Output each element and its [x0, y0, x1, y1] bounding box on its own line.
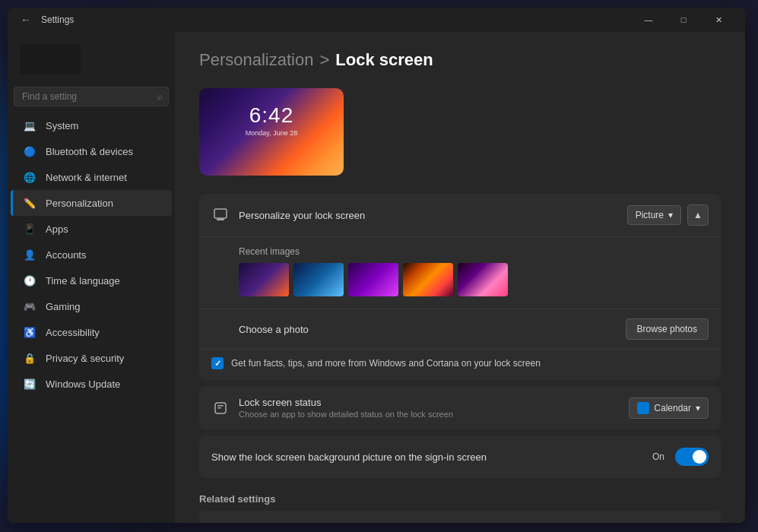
avatar [20, 44, 81, 74]
sidebar-item-apps[interactable]: 📱 Apps [11, 216, 172, 242]
fun-facts-checkbox[interactable] [211, 357, 224, 369]
sidebar-item-label: Gaming [46, 301, 81, 312]
lock-preview-background: 6:42 Monday, June 28 [199, 88, 344, 176]
thumbnail-3[interactable] [348, 263, 398, 296]
sidebar-item-label: Network & internet [46, 172, 127, 183]
signin-content: Show the lock screen background picture … [211, 451, 652, 463]
sidebar-item-bluetooth[interactable]: 🔵 Bluetooth & devices [11, 138, 172, 164]
sidebar-item-personalization[interactable]: ✏️ Personalization [11, 190, 172, 216]
chevron-down-icon: ▾ [696, 403, 700, 413]
search-container: ⌕ [14, 87, 169, 106]
expand-button[interactable]: ▲ [687, 204, 709, 226]
checkbox-row: Get fun facts, tips, and more from Windo… [199, 350, 721, 380]
lock-status-card: Lock screen status Choose an app to show… [199, 386, 721, 429]
window-title: Settings [41, 14, 631, 25]
choose-photo-row: Choose a photo Browse photos [199, 309, 721, 350]
sidebar-item-label: Apps [46, 223, 68, 235]
svg-rect-4 [217, 407, 221, 409]
toggle-knob [693, 450, 706, 464]
signin-controls: On [652, 448, 709, 466]
gaming-icon: 🎮 [23, 299, 36, 313]
personalize-icon [211, 206, 230, 224]
bluetooth-icon: 🔵 [23, 144, 36, 158]
lock-status-row: Lock screen status Choose an app to show… [199, 386, 721, 429]
sidebar-item-system[interactable]: 💻 System [11, 112, 172, 138]
signin-card: Show the lock screen background picture … [199, 435, 721, 478]
signin-row: Show the lock screen background picture … [199, 435, 721, 478]
thumbnail-4[interactable] [403, 263, 453, 296]
choose-photo-label: Choose a photo [211, 324, 626, 335]
signin-toggle[interactable] [675, 448, 709, 466]
chevron-down-icon: ▾ [668, 210, 673, 220]
titlebar: ← Settings — □ ✕ [8, 8, 745, 32]
browse-photos-button[interactable]: Browse photos [626, 318, 709, 340]
network-icon: 🌐 [23, 170, 36, 184]
screen-timeout-row[interactable]: Screen timeout › [199, 511, 721, 523]
sidebar-item-label: Bluetooth & devices [46, 146, 133, 157]
picture-dropdown[interactable]: Picture ▾ [627, 205, 681, 225]
sidebar-item-accounts[interactable]: 👤 Accounts [11, 242, 172, 268]
svg-rect-3 [217, 405, 224, 407]
apps-icon: 📱 [23, 222, 36, 236]
sidebar-item-gaming[interactable]: 🎮 Gaming [11, 293, 172, 319]
screen-timeout-label: Screen timeout [211, 522, 705, 524]
sidebar-item-update[interactable]: 🔄 Windows Update [11, 371, 172, 397]
chevron-up-icon: ▲ [693, 210, 702, 220]
personalize-controls: Picture ▾ ▲ [627, 204, 709, 226]
accounts-icon: 👤 [23, 248, 36, 261]
lock-time: 6:42 [249, 103, 294, 128]
personalization-icon: ✏️ [23, 196, 36, 210]
time-icon: 🕐 [23, 274, 36, 287]
recent-images-section: Recent images [199, 237, 721, 309]
related-settings-header: Related settings [199, 493, 721, 505]
main-layout: ⌕ 💻 System 🔵 Bluetooth & devices 🌐 Netwo… [8, 32, 745, 523]
lock-screen-preview: 6:42 Monday, June 28 [199, 88, 344, 176]
profile-section [8, 38, 175, 87]
chevron-right-icon: › [705, 521, 709, 523]
lock-status-subtitle: Choose an app to show detailed status on… [239, 410, 629, 419]
sidebar-item-accessibility[interactable]: ♿ Accessibility [11, 319, 172, 345]
sidebar-item-network[interactable]: 🌐 Network & internet [11, 164, 172, 190]
system-icon: 💻 [23, 119, 36, 132]
recent-images-grid [239, 263, 709, 296]
svg-rect-1 [217, 219, 224, 220]
maximize-button[interactable]: □ [666, 8, 701, 32]
breadcrumb[interactable]: Personalization [199, 50, 313, 70]
page-title: Lock screen [335, 50, 433, 70]
toggle-label: On [652, 451, 664, 462]
thumbnail-1[interactable] [239, 263, 289, 296]
personalize-title: Personalize your lock screen [239, 210, 627, 221]
sidebar-item-time[interactable]: 🕐 Time & language [11, 268, 172, 293]
breadcrumb-separator: > [319, 50, 329, 70]
personalize-content: Personalize your lock screen [239, 210, 627, 221]
accessibility-icon: ♿ [23, 325, 36, 339]
sidebar-item-label: Windows Update [46, 378, 120, 390]
sidebar-item-label: Time & language [46, 275, 120, 287]
settings-window: ← Settings — □ ✕ ⌕ 💻 System [8, 8, 745, 523]
search-input[interactable] [14, 87, 169, 106]
close-button[interactable]: ✕ [701, 8, 736, 32]
recent-label: Recent images [239, 246, 709, 257]
privacy-icon: 🔒 [23, 351, 36, 365]
back-button[interactable]: ← [17, 11, 35, 29]
sidebar: ⌕ 💻 System 🔵 Bluetooth & devices 🌐 Netwo… [8, 32, 175, 523]
calendar-icon [637, 402, 649, 414]
thumbnail-2[interactable] [293, 263, 344, 296]
personalize-card: Personalize your lock screen Picture ▾ ▲ [199, 194, 721, 380]
minimize-button[interactable]: — [631, 8, 666, 32]
lock-status-title: Lock screen status [239, 397, 629, 408]
sidebar-item-label: Privacy & security [46, 353, 124, 364]
lock-status-icon [211, 399, 230, 417]
update-icon: 🔄 [23, 377, 36, 391]
sidebar-item-label: System [46, 120, 78, 131]
lock-status-controls: Calendar ▾ [629, 397, 709, 419]
fun-facts-label: Get fun facts, tips, and more from Windo… [231, 358, 541, 369]
personalize-row: Personalize your lock screen Picture ▾ ▲ [199, 194, 721, 237]
thumbnail-5[interactable] [458, 263, 508, 296]
related-settings-card: Screen timeout › Screen saver ↗ [199, 511, 721, 523]
sidebar-item-label: Accessibility [46, 327, 100, 338]
sidebar-item-privacy[interactable]: 🔒 Privacy & security [11, 345, 172, 371]
window-controls: — □ ✕ [631, 8, 736, 32]
calendar-dropdown[interactable]: Calendar ▾ [629, 397, 709, 419]
sidebar-item-label: Personalization [46, 198, 113, 209]
